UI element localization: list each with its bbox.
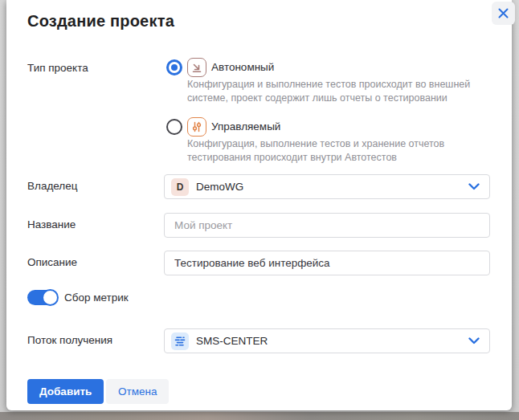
owner-label: Владелец bbox=[27, 180, 77, 192]
option-autonomous-label[interactable]: Автономный bbox=[211, 61, 274, 73]
add-button[interactable]: Добавить bbox=[27, 379, 104, 404]
chevron-down-icon bbox=[468, 183, 480, 190]
project-type-label: Тип проекта bbox=[27, 62, 88, 74]
managed-icon bbox=[187, 117, 206, 137]
option-autonomous-description: Конфигурация и выполнение тестов происхо… bbox=[187, 78, 494, 104]
owner-select[interactable]: D DemoWG bbox=[164, 174, 490, 199]
page-behind-modal bbox=[0, 412, 519, 420]
owner-value: DemoWG bbox=[196, 181, 461, 193]
close-icon bbox=[498, 8, 509, 18]
stream-lines-icon bbox=[171, 332, 189, 350]
stream-label: Поток получения bbox=[27, 334, 112, 346]
radio-managed[interactable] bbox=[166, 119, 182, 135]
owner-avatar: D bbox=[171, 178, 189, 196]
page-background: Создание проекта Тип проекта Автономный … bbox=[0, 0, 519, 420]
stream-select[interactable]: SMS-CENTER bbox=[164, 328, 490, 353]
create-project-modal: Создание проекта Тип проекта Автономный … bbox=[6, 0, 512, 410]
toggle-knob bbox=[42, 289, 59, 306]
cancel-button[interactable]: Отмена bbox=[106, 379, 169, 404]
radio-autonomous[interactable] bbox=[166, 59, 182, 75]
option-managed-description: Конфигурация, выполнение тестов и хранен… bbox=[187, 137, 494, 164]
chevron-down-icon bbox=[468, 337, 480, 345]
description-input[interactable] bbox=[164, 251, 490, 275]
description-label: Описание bbox=[27, 256, 77, 268]
metrics-toggle[interactable] bbox=[27, 290, 58, 305]
name-label: Название bbox=[27, 218, 76, 230]
name-input[interactable] bbox=[164, 213, 490, 238]
option-managed-label[interactable]: Управляемый bbox=[211, 120, 280, 133]
modal-title: Создание проекта bbox=[27, 12, 174, 31]
autonomous-icon bbox=[187, 58, 206, 77]
stream-value: SMS-CENTER bbox=[196, 335, 461, 347]
close-button[interactable] bbox=[492, 2, 515, 25]
metrics-label: Сбор метрик bbox=[64, 292, 129, 304]
